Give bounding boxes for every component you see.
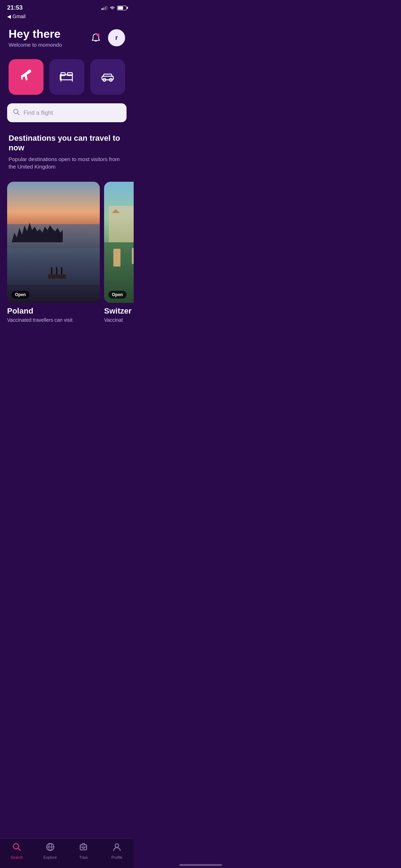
poland-card[interactable]: Open xyxy=(7,182,100,303)
switzerland-image: Open xyxy=(104,182,134,303)
dest-info: Poland Vaccinated travellers can visit S… xyxy=(0,306,134,323)
header: Hey there Welcome to momondo r xyxy=(0,22,134,51)
category-row xyxy=(0,51,134,100)
svg-rect-7 xyxy=(67,73,72,76)
open-badge: Open xyxy=(11,291,30,299)
svg-point-4 xyxy=(97,33,99,36)
switzerland-name: Switzer xyxy=(104,306,134,316)
poland-info: Poland Vaccinated travellers can visit xyxy=(7,306,100,323)
status-time: 21:53 xyxy=(7,4,22,11)
open-badge-swiss: Open xyxy=(108,291,127,299)
svg-rect-0 xyxy=(102,8,103,10)
notification-button[interactable] xyxy=(88,30,104,46)
back-arrow: ◀ xyxy=(7,14,11,19)
greeting: Hey there xyxy=(9,28,62,40)
back-nav[interactable]: ◀ Gmail xyxy=(0,13,134,22)
poland-image: Open xyxy=(7,182,100,303)
status-icons xyxy=(102,5,127,11)
search-input[interactable] xyxy=(24,110,121,116)
plane-icon xyxy=(18,68,34,87)
dock xyxy=(48,264,66,279)
avatar-button[interactable]: r xyxy=(108,29,125,46)
svg-rect-11 xyxy=(102,76,113,80)
tree-silhouette xyxy=(12,218,63,242)
switzerland-info: Switzer Vaccinat xyxy=(104,306,134,323)
dest-info-row: Poland Vaccinated travellers can visit S… xyxy=(7,306,127,323)
svg-rect-3 xyxy=(107,6,108,10)
subtitle: Welcome to momondo xyxy=(9,42,62,48)
search-icon xyxy=(13,108,20,117)
destinations-title: Destinations you can travel to now xyxy=(9,134,125,153)
back-label: Gmail xyxy=(12,14,26,19)
header-actions: r xyxy=(88,28,125,46)
cars-category-button[interactable] xyxy=(90,59,125,95)
poland-description: Vaccinated travellers can visit xyxy=(7,317,100,323)
search-bar-wrapper xyxy=(0,100,134,131)
signal-icon xyxy=(102,5,107,11)
bed-icon xyxy=(59,68,74,87)
svg-rect-1 xyxy=(103,7,104,10)
wifi-icon xyxy=(109,5,115,11)
switzerland-description: Vaccinat xyxy=(104,317,134,323)
switzerland-card[interactable]: Open xyxy=(104,182,134,303)
flights-category-button[interactable] xyxy=(9,59,43,95)
header-text: Hey there Welcome to momondo xyxy=(9,28,62,48)
poland-name: Poland xyxy=(7,306,100,316)
svg-rect-6 xyxy=(61,73,65,76)
destinations-section: Destinations you can travel to now Popul… xyxy=(0,131,134,176)
car-icon xyxy=(100,68,115,87)
cards-row: Open Open xyxy=(0,176,134,303)
avatar-initial: r xyxy=(115,34,118,42)
svg-line-16 xyxy=(17,113,19,115)
destinations-subtitle: Popular destinations open to most visito… xyxy=(9,155,125,170)
status-bar: 21:53 xyxy=(0,0,134,13)
search-bar[interactable] xyxy=(7,103,127,122)
battery-icon xyxy=(117,6,127,10)
svg-rect-2 xyxy=(105,6,106,10)
hotels-category-button[interactable] xyxy=(49,59,84,95)
